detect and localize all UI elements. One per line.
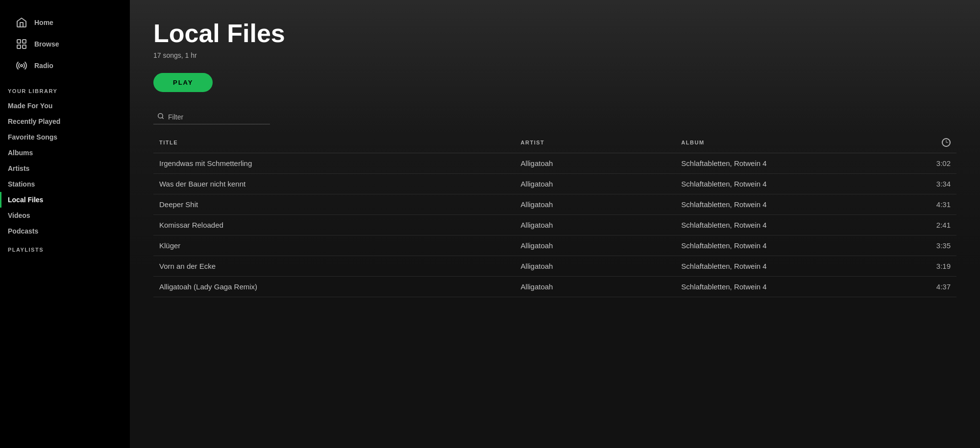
track-title: Klüger [153, 236, 515, 256]
library-items: Made For You Recently Played Favorite So… [0, 98, 130, 239]
sidebar-item-home-label: Home [34, 19, 53, 26]
filter-input-wrapper [153, 110, 270, 124]
track-album: Schlaftabletten, Rotwein 4 [675, 215, 876, 236]
filter-input[interactable] [168, 113, 266, 121]
filter-row [153, 110, 956, 124]
sidebar-item-radio-label: Radio [34, 62, 53, 70]
sidebar-item-podcasts[interactable]: Podcasts [0, 223, 130, 239]
sidebar-item-browse-label: Browse [34, 40, 59, 48]
play-button[interactable]: PLAY [153, 73, 213, 92]
track-artist: Alligatoah [515, 215, 676, 236]
track-artist: Alligatoah [515, 174, 676, 194]
svg-rect-3 [23, 45, 26, 48]
sidebar-item-radio[interactable]: Radio [8, 55, 122, 76]
sidebar-item-stations[interactable]: Stations [0, 176, 130, 192]
sidebar-item-favorite-songs[interactable]: Favorite Songs [0, 129, 130, 145]
sidebar: Home Browse Radio Your Library [0, 0, 130, 448]
svg-point-4 [21, 65, 23, 67]
track-duration: 4:37 [876, 277, 956, 297]
sidebar-item-artists[interactable]: Artists [0, 161, 130, 176]
track-duration: 4:31 [876, 194, 956, 215]
radio-icon [16, 60, 27, 71]
sidebar-item-albums[interactable]: Albums [0, 145, 130, 161]
table-row[interactable]: KlügerAlligatoahSchlaftabletten, Rotwein… [153, 236, 956, 256]
playlists-section-label: Playlists [0, 239, 130, 257]
svg-rect-2 [17, 45, 21, 48]
sidebar-item-recently-played[interactable]: Recently Played [0, 114, 130, 129]
table-row[interactable]: Deeper ShitAlligatoahSchlaftabletten, Ro… [153, 194, 956, 215]
track-album: Schlaftabletten, Rotwein 4 [675, 194, 876, 215]
sidebar-item-videos[interactable]: Videos [0, 208, 130, 223]
track-artist: Alligatoah [515, 277, 676, 297]
table-row[interactable]: Komissar ReloadedAlligatoahSchlaftablett… [153, 215, 956, 236]
track-title: Irgendwas mit Schmetterling [153, 153, 515, 174]
col-header-title: Title [153, 134, 515, 153]
track-album: Schlaftabletten, Rotwein 4 [675, 256, 876, 277]
track-title: Alligatoah (Lady Gaga Remix) [153, 277, 515, 297]
track-duration: 3:02 [876, 153, 956, 174]
clock-icon [942, 138, 951, 147]
track-duration: 3:34 [876, 174, 956, 194]
table-row[interactable]: Was der Bauer nicht kenntAlligatoahSchla… [153, 174, 956, 194]
sidebar-item-local-files[interactable]: Local Files [0, 192, 130, 208]
track-title: Was der Bauer nicht kennt [153, 174, 515, 194]
page-subtitle: 17 songs, 1 hr [153, 51, 956, 59]
table-row[interactable]: Vorn an der EckeAlligatoahSchlaftablette… [153, 256, 956, 277]
table-row[interactable]: Irgendwas mit SchmetterlingAlligatoahSch… [153, 153, 956, 174]
track-album: Schlaftabletten, Rotwein 4 [675, 277, 876, 297]
col-header-duration [876, 134, 956, 153]
track-album: Schlaftabletten, Rotwein 4 [675, 174, 876, 194]
svg-rect-1 [23, 40, 26, 43]
track-album: Schlaftabletten, Rotwein 4 [675, 236, 876, 256]
track-table: Title Artist Album Irgendwas mit Schmett… [153, 134, 956, 297]
col-header-artist: Artist [515, 134, 676, 153]
sidebar-item-made-for-you[interactable]: Made For You [0, 98, 130, 114]
browse-icon [16, 38, 27, 50]
track-duration: 3:35 [876, 236, 956, 256]
search-icon [157, 113, 164, 121]
track-artist: Alligatoah [515, 256, 676, 277]
page-title: Local Files [153, 20, 956, 47]
track-artist: Alligatoah [515, 153, 676, 174]
track-title: Vorn an der Ecke [153, 256, 515, 277]
table-row[interactable]: Alligatoah (Lady Gaga Remix)AlligatoahSc… [153, 277, 956, 297]
col-header-album: Album [675, 134, 876, 153]
svg-rect-0 [17, 40, 21, 43]
track-duration: 2:41 [876, 215, 956, 236]
track-title: Komissar Reloaded [153, 215, 515, 236]
track-duration: 3:19 [876, 256, 956, 277]
home-icon [16, 17, 27, 28]
sidebar-item-browse[interactable]: Browse [8, 33, 122, 55]
main-content: Local Files 17 songs, 1 hr PLAY Title Ar… [130, 0, 980, 448]
track-artist: Alligatoah [515, 236, 676, 256]
sidebar-item-home[interactable]: Home [8, 12, 122, 33]
library-section-label: Your Library [0, 80, 130, 98]
track-title: Deeper Shit [153, 194, 515, 215]
track-album: Schlaftabletten, Rotwein 4 [675, 153, 876, 174]
track-artist: Alligatoah [515, 194, 676, 215]
svg-line-6 [162, 118, 164, 119]
